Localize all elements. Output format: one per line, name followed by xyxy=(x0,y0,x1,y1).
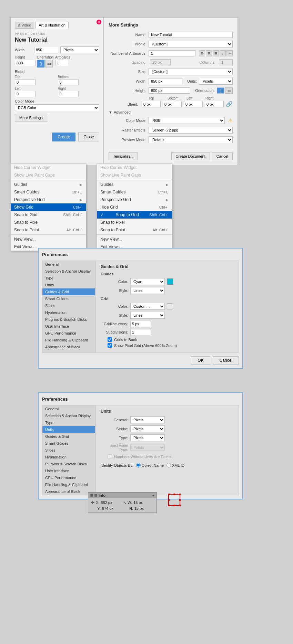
menu-item-snap-to-pixel-1[interactable]: Snap to Pixel xyxy=(11,219,86,226)
close-icon[interactable]: ✕ xyxy=(97,20,101,24)
portrait-btn[interactable]: ▯ xyxy=(37,60,44,67)
show-pixel-grid-checkbox[interactable] xyxy=(108,343,112,348)
templates-button[interactable]: Templates... xyxy=(109,152,138,160)
bleed-bottom-input[interactable] xyxy=(58,79,79,85)
units-general-select[interactable]: Pixels xyxy=(130,416,165,423)
menu2-item-show-live[interactable]: Show Live Paint Gaps xyxy=(97,171,172,179)
create-document-button[interactable]: Create Document xyxy=(171,152,210,160)
ms-color-mode-select[interactable]: RGB xyxy=(149,117,225,124)
guides-color-select[interactable]: Cyan xyxy=(130,278,165,285)
prefs2-item-selection[interactable]: Selection & Anchor Display xyxy=(42,412,95,419)
xml-id-option[interactable]: XML ID xyxy=(166,463,184,467)
grid-color-swatch[interactable] xyxy=(167,303,173,309)
guides-style-select[interactable]: Lines xyxy=(130,287,165,294)
prefs-cancel-button[interactable]: Cancel xyxy=(213,356,239,365)
prefs-ok-button[interactable]: OK xyxy=(191,356,210,365)
col-icon[interactable]: ⊟ xyxy=(213,50,219,56)
bleed-top-input[interactable] xyxy=(142,101,161,107)
prefs-item-type[interactable]: Type xyxy=(42,275,95,282)
bleed-left-input[interactable] xyxy=(15,91,36,97)
menu2-item-snap-to-point[interactable]: Snap to Point Alt+Ctrl+` xyxy=(97,226,172,234)
prefs2-item-ui[interactable]: User Interface xyxy=(42,467,95,474)
width-input[interactable] xyxy=(34,47,58,53)
arrange-icon[interactable]: ↕ xyxy=(220,50,226,56)
landscape-btn[interactable]: ▭ xyxy=(45,60,53,67)
menu2-item-perspective-grid[interactable]: Perspective Grid ▶ xyxy=(97,196,172,203)
bleed-link-icon[interactable]: 🔗 xyxy=(226,101,233,107)
object-name-option[interactable]: Object Name xyxy=(136,463,164,467)
grids-in-back-checkbox[interactable] xyxy=(108,337,112,342)
ms-preview-select[interactable]: Default xyxy=(149,136,233,143)
units-stroke-select[interactable]: Pixels xyxy=(130,425,165,432)
right-arrow-icon[interactable]: → xyxy=(226,50,233,56)
subdivisions-input[interactable] xyxy=(130,329,151,335)
bleed-right-input[interactable] xyxy=(58,91,79,97)
prefs2-item-type[interactable]: Type xyxy=(42,419,95,426)
prefs2-item-plugins[interactable]: Plug-ins & Scratch Disks xyxy=(42,461,95,467)
menu2-item-hide-grid[interactable]: Hide Grid Ctrl+` xyxy=(97,203,172,211)
grid-style-select[interactable]: Lines xyxy=(130,312,165,319)
bleed-bottom-input[interactable] xyxy=(163,101,182,107)
prefs2-item-units[interactable]: Units xyxy=(42,426,95,433)
units-type-select[interactable]: Pixels xyxy=(130,434,165,441)
prefs2-item-gpu[interactable]: GPU Performance xyxy=(42,474,95,481)
prefs-item-smart-guides[interactable]: Smart Guides xyxy=(42,295,95,302)
units-select[interactable]: Pixels xyxy=(60,46,99,53)
grid-icon[interactable]: ⊞ xyxy=(199,50,205,56)
prefs-item-gpu[interactable]: GPU Performance xyxy=(42,330,95,337)
gridline-input[interactable] xyxy=(130,321,151,327)
menu2-item-snap-to-pixel[interactable]: Snap to Pixel xyxy=(97,219,172,226)
prefs-item-file[interactable]: File Handling & Clipboard xyxy=(42,337,95,344)
bleed-left-input[interactable] xyxy=(184,101,203,107)
color-mode-select[interactable]: RGB Color xyxy=(15,104,99,111)
prefs-item-selection[interactable]: Selection & Anchor Display xyxy=(42,268,95,275)
grid-color-select[interactable]: Custom... xyxy=(130,303,165,310)
menu-item-new-view-1[interactable]: New View... xyxy=(11,235,86,243)
size-select[interactable]: [Custom] xyxy=(149,68,233,75)
menu2-item-snap-to-grid[interactable]: ✓ Snap to Grid Shift+Ctrl+` xyxy=(97,211,172,219)
prefs2-item-smart-guides[interactable]: Smart Guides xyxy=(42,440,95,447)
menu-item-perspective-grid-1[interactable]: Perspective Grid ▶ xyxy=(11,196,86,203)
ms-units-select[interactable]: Pixels xyxy=(199,78,233,85)
ms-cancel-button[interactable]: Cancel xyxy=(212,152,233,160)
menu2-item-hide-corner[interactable]: Hide Corner Widget xyxy=(97,164,172,171)
ms-height-input[interactable] xyxy=(149,87,190,94)
prefs2-item-slices[interactable]: Slices xyxy=(42,447,95,454)
prefs-item-slices[interactable]: Slices xyxy=(42,302,95,309)
guides-color-swatch[interactable] xyxy=(167,278,173,285)
menu-item-snap-to-grid-1[interactable]: Snap to Grid Shift+Ctrl+` xyxy=(11,211,86,219)
bleed-top-input[interactable] xyxy=(15,79,36,85)
prefs-item-units[interactable]: Units xyxy=(42,282,95,288)
profile-select[interactable]: [Custom] xyxy=(149,41,233,47)
prefs-item-appearance[interactable]: Appearance of Black xyxy=(42,344,95,350)
menu-item-snap-to-point-1[interactable]: Snap to Point Alt+Ctrl+` xyxy=(11,226,86,234)
height-input[interactable] xyxy=(15,60,36,66)
name-input[interactable] xyxy=(149,32,233,38)
prefs-item-hyphenation[interactable]: Hyphenation xyxy=(42,309,95,316)
tab-art[interactable]: Art & Illustration xyxy=(36,22,69,29)
bleed-right-input[interactable] xyxy=(205,101,224,107)
menu-item-show-live[interactable]: Show Live Paint Gaps xyxy=(11,171,86,179)
prefs-item-guides-grid[interactable]: Guides & Grid xyxy=(42,288,95,295)
ms-landscape-btn[interactable]: ▭ xyxy=(225,87,233,94)
menu2-item-smart-guides[interactable]: Smart Guides Ctrl+U xyxy=(97,188,172,196)
prefs2-item-appearance[interactable]: Appearance of Black xyxy=(42,488,95,495)
close-button[interactable]: Close xyxy=(78,133,99,141)
menu2-item-new-view[interactable]: New View... xyxy=(97,235,172,243)
artboards-input[interactable] xyxy=(55,60,69,66)
more-settings-button[interactable]: More Settings xyxy=(15,114,47,122)
prefs-item-ui[interactable]: User Interface xyxy=(42,323,95,330)
menu-item-guides[interactable]: Guides ▶ xyxy=(11,181,86,188)
ms-portrait-btn[interactable]: ▯ xyxy=(217,87,224,94)
xml-id-radio[interactable] xyxy=(166,463,171,467)
menu2-item-guides[interactable]: Guides ▶ xyxy=(97,181,172,188)
menu-item-show-grid[interactable]: Show Grid Ctrl+` xyxy=(11,203,86,211)
prefs-item-general[interactable]: General xyxy=(42,261,95,268)
ms-width-input[interactable] xyxy=(149,78,182,84)
menu-item-smart-guides[interactable]: Smart Guides Ctrl+U xyxy=(11,188,86,196)
create-button[interactable]: Create xyxy=(52,133,75,141)
prefs2-item-file[interactable]: File Handling & Clipboard xyxy=(42,481,95,488)
row-icon[interactable]: ⊟ xyxy=(206,50,212,56)
info-menu-icon[interactable]: ≡ xyxy=(152,494,154,497)
prefs2-item-guides-grid[interactable]: Guides & Grid xyxy=(42,433,95,440)
